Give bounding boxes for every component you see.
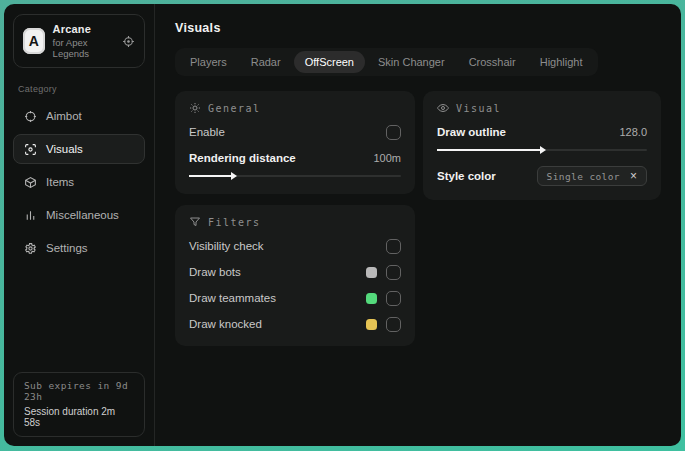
filters-panel-header: Filters <box>189 216 401 228</box>
session-duration-text: Session duration 2m 58s <box>24 406 134 428</box>
clear-icon[interactable]: × <box>630 170 637 182</box>
draw-teammates-label: Draw teammates <box>189 292 276 304</box>
draw-outline-slider[interactable] <box>437 145 647 154</box>
visual-panel-header: Visual <box>437 102 647 114</box>
sun-icon <box>189 102 201 114</box>
tab-highlight[interactable]: Highlight <box>529 51 594 73</box>
draw-bots-color-swatch[interactable] <box>366 267 377 278</box>
draw-knocked-checkbox[interactable] <box>386 317 401 332</box>
eye-scan-icon <box>24 143 37 156</box>
slider-fill <box>437 149 540 151</box>
tab-bar: Players Radar OffScreen Skin Changer Cro… <box>175 48 598 76</box>
sidebar-item-settings[interactable]: Settings <box>13 233 145 263</box>
tab-offscreen[interactable]: OffScreen <box>294 51 365 73</box>
crosshair-icon <box>24 110 37 123</box>
left-column: General Enable Rendering distance 100m <box>175 91 415 346</box>
page-title: Visuals <box>175 21 661 35</box>
right-column: Visual Draw outline 128.0 Style color Si… <box>423 91 661 200</box>
main-content: Visuals Players Radar OffScreen Skin Cha… <box>155 4 681 446</box>
tab-skin-changer[interactable]: Skin Changer <box>367 51 456 73</box>
sidebar-item-label: Settings <box>46 242 88 254</box>
sidebar-spacer <box>13 266 145 372</box>
panels-row: General Enable Rendering distance 100m <box>175 91 661 346</box>
filters-panel: Filters Visibility check Draw bots <box>175 205 415 346</box>
style-color-row: Style color Single color × <box>437 166 647 186</box>
style-color-label: Style color <box>437 170 496 182</box>
draw-bots-checkbox[interactable] <box>386 265 401 280</box>
tab-radar[interactable]: Radar <box>240 51 292 73</box>
sidebar-item-label: Items <box>46 176 74 188</box>
draw-bots-label: Draw bots <box>189 266 241 278</box>
sidebar-item-aimbot[interactable]: Aimbot <box>13 101 145 131</box>
tab-crosshair[interactable]: Crosshair <box>458 51 527 73</box>
enable-checkbox[interactable] <box>386 125 401 140</box>
eye-icon <box>437 102 449 114</box>
draw-outline-row: Draw outline 128.0 <box>437 124 647 140</box>
rendering-distance-slider[interactable] <box>189 171 401 180</box>
enable-row: Enable <box>189 124 401 140</box>
enable-label: Enable <box>189 126 225 138</box>
style-color-selected-value: Single color <box>547 171 620 182</box>
sidebar: A Arcane for Apex Legends Category Aimbo… <box>4 4 155 446</box>
style-color-select[interactable]: Single color × <box>537 166 647 186</box>
draw-bots-row: Draw bots <box>189 264 401 280</box>
sidebar-item-label: Miscellaneous <box>46 209 119 221</box>
app-window: A Arcane for Apex Legends Category Aimbo… <box>4 4 681 446</box>
draw-knocked-row: Draw knocked <box>189 316 401 332</box>
visibility-check-label: Visibility check <box>189 240 264 252</box>
general-panel: General Enable Rendering distance 100m <box>175 91 415 194</box>
general-panel-title: General <box>208 103 261 114</box>
gear-icon <box>24 242 37 255</box>
app-title: Arcane <box>53 23 114 35</box>
sub-expires-text: Sub expires in 9d 23h <box>24 380 134 402</box>
sidebar-item-miscellaneous[interactable]: Miscellaneous <box>13 200 145 230</box>
box-icon <box>24 176 37 189</box>
draw-outline-label: Draw outline <box>437 126 506 138</box>
rendering-distance-label: Rendering distance <box>189 152 296 164</box>
subscription-box: Sub expires in 9d 23h Session duration 2… <box>13 372 145 437</box>
draw-teammates-row: Draw teammates <box>189 290 401 306</box>
sidebar-item-items[interactable]: Items <box>13 167 145 197</box>
draw-outline-value: 128.0 <box>619 126 647 138</box>
visual-panel-title: Visual <box>456 103 501 114</box>
tab-players[interactable]: Players <box>179 51 238 73</box>
slider-fill <box>189 175 231 177</box>
visual-panel: Visual Draw outline 128.0 Style color Si… <box>423 91 661 200</box>
draw-knocked-color-swatch[interactable] <box>366 319 377 330</box>
sidebar-item-label: Aimbot <box>46 110 82 122</box>
visibility-check-checkbox[interactable] <box>386 239 401 254</box>
sidebar-item-label: Visuals <box>46 143 83 155</box>
draw-knocked-label: Draw knocked <box>189 318 262 330</box>
rendering-distance-value: 100m <box>373 152 401 164</box>
visibility-check-row: Visibility check <box>189 238 401 254</box>
category-label: Category <box>18 84 140 94</box>
funnel-icon <box>189 216 201 228</box>
columns-icon <box>24 209 37 222</box>
app-logo: A <box>23 28 45 54</box>
filters-panel-title: Filters <box>208 217 261 228</box>
app-title-block: Arcane for Apex Legends <box>53 23 114 59</box>
draw-teammates-color-swatch[interactable] <box>366 293 377 304</box>
target-icon[interactable] <box>122 35 135 48</box>
rendering-distance-row: Rendering distance 100m <box>189 150 401 166</box>
app-card: A Arcane for Apex Legends <box>13 14 145 68</box>
app-subtitle: for Apex Legends <box>53 37 114 59</box>
general-panel-header: General <box>189 102 401 114</box>
sidebar-item-visuals[interactable]: Visuals <box>13 134 145 164</box>
draw-teammates-checkbox[interactable] <box>386 291 401 306</box>
